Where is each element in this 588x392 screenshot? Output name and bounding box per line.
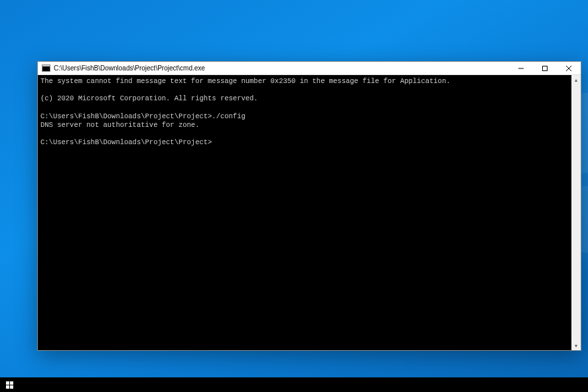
cmd-icon <box>40 64 51 73</box>
close-button[interactable] <box>557 62 581 74</box>
terminal-line: The system cannot find message text for … <box>40 77 569 86</box>
taskbar <box>0 377 588 392</box>
scroll-down-button[interactable]: ▾ <box>571 341 581 350</box>
maximize-button[interactable] <box>533 62 557 74</box>
maximize-icon <box>542 65 548 72</box>
terminal-line <box>40 103 569 112</box>
terminal-line: C:\Users\FishB\Downloads\Project\Project… <box>40 138 569 147</box>
windows-logo-icon <box>6 381 13 389</box>
minimize-button[interactable] <box>509 62 533 74</box>
svg-rect-1 <box>543 66 548 70</box>
minimize-icon <box>518 65 524 72</box>
terminal-line: (c) 2020 Microsoft Corporation. All righ… <box>40 94 569 103</box>
terminal-line <box>40 130 569 138</box>
terminal-area: The system cannot find message text for … <box>38 75 581 350</box>
scroll-up-button[interactable]: ▴ <box>571 75 581 84</box>
terminal-output[interactable]: The system cannot find message text for … <box>38 75 571 350</box>
window-title: C:\Users\FishB\Downloads\Project\Project… <box>54 64 509 72</box>
terminal-line: DNS server not authoritative for zone. <box>40 121 569 130</box>
window-controls <box>509 62 581 74</box>
titlebar[interactable]: C:\Users\FishB\Downloads\Project\Project… <box>38 62 581 75</box>
close-icon <box>565 65 572 72</box>
terminal-line <box>40 86 569 94</box>
start-button[interactable] <box>0 377 19 392</box>
vertical-scrollbar[interactable]: ▴ ▾ <box>571 75 581 350</box>
cmd-window: C:\Users\FishB\Downloads\Project\Project… <box>37 61 581 351</box>
terminal-line: C:\Users\FishB\Downloads\Project\Project… <box>40 112 569 121</box>
